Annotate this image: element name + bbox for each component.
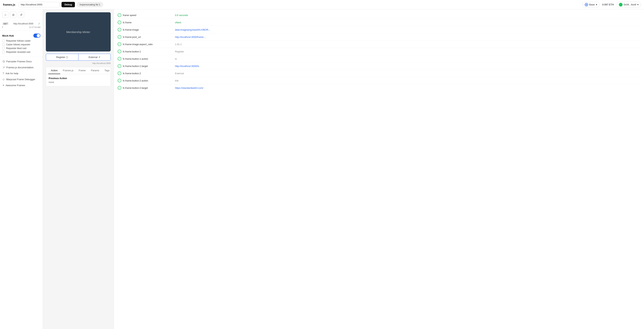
link-ask-help[interactable]: ? Ask for help xyxy=(0,70,43,76)
register-button[interactable]: Register ⬡ xyxy=(46,54,78,61)
checkbox-label: Requester follows caster xyxy=(6,40,30,42)
table-row: ✓ frame speed 0.6 seconds xyxy=(118,12,640,19)
doc-icon: ⊡ xyxy=(2,60,5,63)
link-label: Frames.js documentation xyxy=(6,66,34,69)
content-area: Membership Minter Register ⬡ External ↗ … xyxy=(43,9,644,329)
checkbox-icon xyxy=(2,43,5,46)
link-awesome-frames[interactable]: ≡ Awesome Frames xyxy=(0,82,43,88)
frame-area: Membership Minter Register ⬡ External ↗ … xyxy=(43,9,114,329)
data-key: fc:frame:post_url xyxy=(123,36,175,39)
cancel-button[interactable]: ⊘ xyxy=(10,12,16,18)
mock-hub-title: Mock Hub xyxy=(2,34,14,37)
tabs-panel: Action Frames.js Frame Params Tags Previ… xyxy=(46,67,111,86)
checkbox-requester-follows[interactable]: Requester follows caster xyxy=(2,40,40,42)
tabs-header: Action Frames.js Frame Params Tags xyxy=(46,67,110,74)
check-icon: ✓ xyxy=(118,64,123,68)
tab-framesjs[interactable]: Frames.js xyxy=(60,67,76,74)
wallet-address: 0x34...4ce9 xyxy=(624,3,636,6)
eth-amount: 0.097 ETH xyxy=(602,3,614,6)
request-info: GET http://localhost:3000 ✓ / 12:27:54 A… xyxy=(0,20,43,31)
chevron-down-icon: ▾ xyxy=(637,3,638,6)
check-icon: ✓ xyxy=(118,35,123,39)
network-label: Base xyxy=(589,3,595,6)
debug-button[interactable]: Debug xyxy=(62,2,75,7)
checkbox-label: Caster follows requester xyxy=(6,43,30,46)
register-icon: ⬡ xyxy=(66,56,68,59)
checkbox-caster-follows[interactable]: Caster follows requester xyxy=(2,43,40,46)
frame-url: http://localhost:3000 xyxy=(46,62,111,64)
link-label: Ask for help xyxy=(6,72,18,75)
previous-action-title: Previous Action xyxy=(49,77,108,80)
checkbox-icon xyxy=(2,40,5,42)
network-selector[interactable]: Base ▾ xyxy=(582,2,600,8)
data-value: https://standardweb3.com/ xyxy=(175,87,203,89)
checkbox-requester-recasted[interactable]: Requester recasted cast xyxy=(2,51,40,53)
data-value: data:image/png;base64,iVBOR... xyxy=(175,28,210,31)
table-row: ✓ fc:frame:button:1:action tx xyxy=(118,55,640,63)
topnav: frames.js Debug Impersonating fid 1 Base… xyxy=(0,0,644,9)
help-icon: ? xyxy=(2,72,4,75)
home-button[interactable]: ⌂ xyxy=(2,12,8,18)
wallet-button[interactable]: 0x34...4ce9 ▾ xyxy=(616,2,641,8)
link-label: Warpcast Frame Debugger xyxy=(6,78,35,81)
mock-hub-section: Mock Hub Requester follows caster Caster… xyxy=(0,31,43,57)
data-key: fc:frame:image xyxy=(123,28,175,31)
checkbox-label: Requester recasted cast xyxy=(6,51,30,53)
data-key: fc:frame:button:1 xyxy=(123,50,175,53)
mock-hub-toggle[interactable] xyxy=(33,34,40,38)
impersonate-badge[interactable]: Impersonating fid 1 xyxy=(77,2,103,7)
refresh-button[interactable]: ↺ xyxy=(18,12,24,18)
table-row: ✓ fc:frame:button:2:target https://stand… xyxy=(118,84,640,91)
data-value: Register xyxy=(175,50,184,53)
links-section: ⊡ Farcaster Frames Docs ↗ Frames.js docu… xyxy=(0,58,43,89)
frame-buttons: Register ⬡ External ↗ xyxy=(46,54,111,61)
external-button[interactable]: External ↗ xyxy=(78,54,111,61)
main-layout: ⌂ ⊘ ↺ GET http://localhost:3000 ✓ / 12:2… xyxy=(0,9,644,329)
link-label: Awesome Frames xyxy=(6,84,25,87)
check-icon: ✓ xyxy=(118,50,123,53)
request-url: http://localhost:3000 xyxy=(14,22,33,25)
checkbox-icon xyxy=(2,51,5,53)
data-value: vNext xyxy=(175,21,181,24)
tab-tags[interactable]: Tags xyxy=(102,67,112,74)
table-row: ✓ fc:frame:post_url http://localhost:300… xyxy=(118,33,640,41)
request-method: GET xyxy=(2,22,9,25)
data-value: link xyxy=(175,79,179,82)
external-label: External xyxy=(88,56,98,59)
refresh-icon: ↺ xyxy=(20,13,22,17)
table-row: ✓ fc:frame:image data:image/png;base64,i… xyxy=(118,26,640,33)
avatar xyxy=(619,3,622,7)
frame-data-panel: ✓ frame speed 0.6 seconds ✓ fc:frame vNe… xyxy=(114,9,644,329)
list-icon: ≡ xyxy=(2,84,4,87)
check-icon: ✓ xyxy=(118,21,123,24)
url-input[interactable] xyxy=(19,2,60,7)
tab-params[interactable]: Params xyxy=(88,67,102,74)
tab-frame[interactable]: Frame xyxy=(76,67,88,74)
link-warpcast-debugger[interactable]: ◇ Warpcast Frame Debugger xyxy=(0,76,43,82)
check-icon: ✓ xyxy=(118,86,123,90)
external-icon: ↗ xyxy=(98,56,100,59)
tab-action[interactable]: Action xyxy=(48,67,60,74)
table-row: ✓ fc:frame:image:aspect_ratio 1.91:1 xyxy=(118,41,640,48)
cancel-icon: ⊘ xyxy=(12,13,14,17)
home-icon: ⌂ xyxy=(4,13,6,17)
table-row: ✓ fc:frame vNext xyxy=(118,19,640,26)
status-check-icon: ✓ xyxy=(38,22,40,25)
diamond-icon: ◇ xyxy=(2,78,5,81)
data-key: fc:frame xyxy=(123,21,175,24)
checkbox-label: Requester liked cast xyxy=(6,47,26,50)
checkbox-requester-liked[interactable]: Requester liked cast xyxy=(2,47,40,50)
tab-content: Previous Action none xyxy=(46,74,110,86)
register-label: Register xyxy=(56,56,65,59)
toggle-knob xyxy=(37,34,40,37)
check-icon: ✓ xyxy=(118,72,123,75)
data-key: frame speed xyxy=(123,14,175,17)
data-key: fc:frame:button:2:action xyxy=(123,79,175,82)
link-farcaster-docs[interactable]: ⊡ Farcaster Frames Docs xyxy=(0,58,43,64)
data-key: fc:frame:button:1:target xyxy=(123,65,175,68)
nav-right: Base ▾ 0.097 ETH 0x34...4ce9 ▾ xyxy=(582,2,641,8)
data-key: fc:frame:image:aspect_ratio xyxy=(123,43,175,46)
data-value: 0.6 seconds xyxy=(175,14,188,17)
link-framesjs-docs[interactable]: ↗ Frames.js documentation xyxy=(0,64,43,70)
data-value: 1.91:1 xyxy=(175,43,182,46)
